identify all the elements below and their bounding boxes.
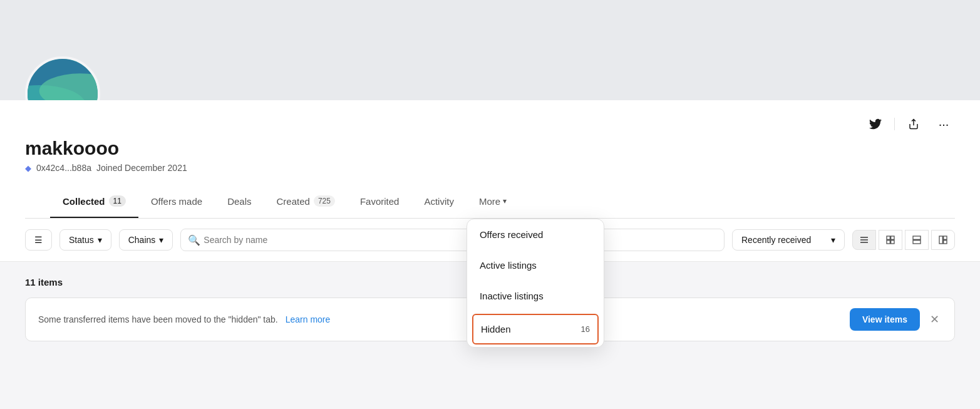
tab-offers-made[interactable]: Offers made xyxy=(138,186,215,218)
view-toggles xyxy=(852,230,955,250)
wallet-address: 0x42c4...b88a xyxy=(36,163,91,173)
chevron-down-icon: ▾ xyxy=(503,197,507,205)
tab-created-label: Created xyxy=(277,196,310,207)
more-options-button[interactable]: ··· xyxy=(932,113,955,135)
sort-label: Recently received xyxy=(741,235,811,245)
profile-address-row: ◆ 0x42c4...b88a Joined December 2021 xyxy=(25,163,955,173)
filter-lines-icon: ☰ xyxy=(34,235,43,245)
tab-favorited[interactable]: Favorited xyxy=(348,186,412,218)
dropdown-item-hidden[interactable]: Hidden 16 xyxy=(472,314,599,344)
profile-info-section: ··· makkoooo ◆ 0x42c4...b88a Joined Dece… xyxy=(0,100,980,219)
tab-collected-label: Collected xyxy=(63,196,105,207)
tab-offers-made-label: Offers made xyxy=(151,196,202,207)
tab-activity[interactable]: Activity xyxy=(411,186,467,218)
learn-more-link[interactable]: Learn more xyxy=(286,314,331,324)
view-items-button[interactable]: View items xyxy=(850,308,920,331)
more-dropdown-menu: Offers received Active listings Inactive… xyxy=(467,219,604,348)
status-chevron-icon: ▾ xyxy=(98,235,102,245)
tab-deals-label: Deals xyxy=(227,196,251,207)
close-notice-button[interactable]: ✕ xyxy=(927,310,942,329)
svg-rect-16 xyxy=(944,236,947,239)
tab-favorited-label: Favorited xyxy=(360,196,400,207)
svg-rect-14 xyxy=(913,241,921,244)
join-date: Joined December 2021 xyxy=(96,163,187,173)
twitter-button[interactable] xyxy=(864,113,887,135)
chains-chevron-icon: ▾ xyxy=(159,235,163,245)
notice-text: Some transferred items have been moved t… xyxy=(38,314,278,324)
sort-chevron-icon: ▾ xyxy=(831,235,835,245)
tab-collected-badge: 11 xyxy=(109,195,126,207)
dropdown-item-offers-received[interactable]: Offers received xyxy=(467,219,604,250)
tab-created-badge: 725 xyxy=(314,195,335,207)
tab-deals[interactable]: Deals xyxy=(215,186,264,218)
dropdown-inactive-listings-label: Inactive listings xyxy=(480,291,544,301)
svg-rect-17 xyxy=(944,241,947,244)
share-button[interactable] xyxy=(902,113,925,135)
svg-rect-13 xyxy=(913,236,921,239)
dropdown-active-listings-label: Active listings xyxy=(480,260,537,271)
view-list-button[interactable] xyxy=(852,230,876,250)
view-grid-large-button[interactable] xyxy=(905,230,929,250)
svg-rect-11 xyxy=(887,241,890,244)
search-wrapper: 🔍 xyxy=(180,229,725,251)
svg-rect-10 xyxy=(891,236,894,239)
tab-activity-label: Activity xyxy=(424,196,454,207)
tab-created[interactable]: Created 725 xyxy=(264,185,348,218)
tab-collected[interactable]: Collected 11 xyxy=(50,185,138,218)
action-divider xyxy=(894,118,895,130)
dropdown-hidden-label: Hidden xyxy=(481,324,511,334)
svg-rect-15 xyxy=(939,236,942,244)
tab-more[interactable]: More ▾ xyxy=(467,186,519,218)
svg-rect-12 xyxy=(891,241,894,244)
dropdown-hidden-badge: 16 xyxy=(580,324,589,334)
chains-filter-label: Chains xyxy=(128,235,156,245)
dropdown-item-active-listings[interactable]: Active listings xyxy=(467,250,604,281)
tabs-wrapper: Collected 11 Offers made Deals Created 7… xyxy=(25,185,955,219)
chains-filter-button[interactable]: Chains ▾ xyxy=(119,229,173,251)
profile-banner xyxy=(0,0,980,100)
status-filter-button[interactable]: Status ▾ xyxy=(59,229,111,251)
status-filter-label: Status xyxy=(69,235,94,245)
search-icon: 🔍 xyxy=(188,234,200,246)
dropdown-offers-received-label: Offers received xyxy=(480,229,543,240)
view-grid-small-button[interactable] xyxy=(879,230,902,250)
dropdown-item-inactive-listings[interactable]: Inactive listings xyxy=(467,281,604,311)
svg-rect-9 xyxy=(887,236,890,239)
more-tab-wrapper: More ▾ Offers received Active listings I… xyxy=(467,186,519,218)
filter-toggle-button[interactable]: ☰ xyxy=(25,229,52,251)
tab-more-label: More xyxy=(479,196,500,207)
profile-name: makkoooo xyxy=(25,138,955,159)
eth-icon: ◆ xyxy=(25,163,31,173)
search-input[interactable] xyxy=(180,229,725,251)
sort-dropdown[interactable]: Recently received ▾ xyxy=(732,229,845,251)
view-grid-split-button[interactable] xyxy=(931,230,955,250)
tabs-container: Collected 11 Offers made Deals Created 7… xyxy=(25,185,955,219)
profile-actions: ··· xyxy=(864,113,955,135)
